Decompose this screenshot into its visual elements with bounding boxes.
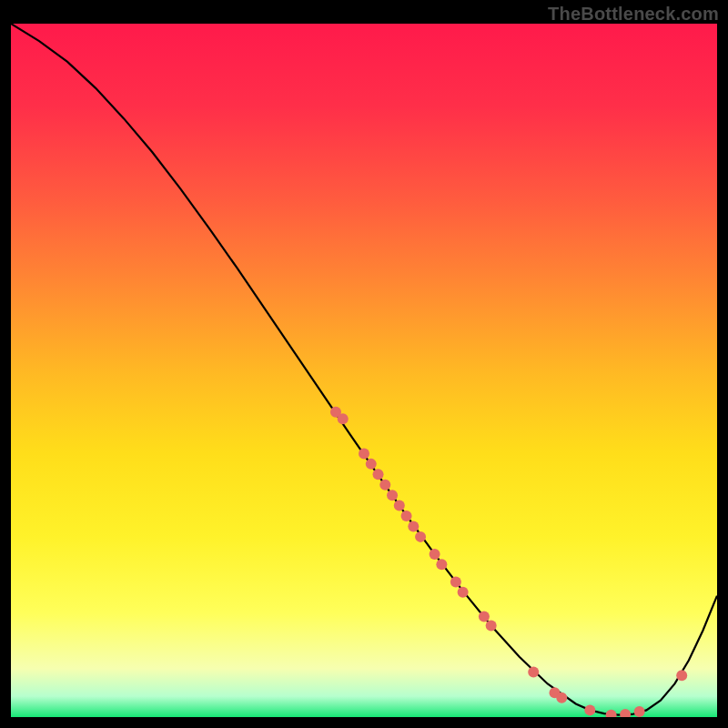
data-point <box>436 559 447 570</box>
data-point <box>359 448 369 459</box>
data-point <box>373 469 384 480</box>
data-point <box>458 587 469 598</box>
data-point <box>450 576 461 587</box>
data-point <box>366 459 377 470</box>
data-point <box>556 693 567 703</box>
data-point <box>394 500 405 511</box>
data-point <box>486 620 497 631</box>
data-point <box>401 511 412 521</box>
data-point <box>676 670 687 681</box>
gradient-background <box>11 24 717 717</box>
data-point <box>415 531 426 542</box>
plot-area <box>11 24 717 717</box>
data-point <box>584 704 595 715</box>
data-point <box>634 706 645 717</box>
data-point <box>528 666 539 677</box>
chart-frame: TheBottleneck.com <box>0 0 728 728</box>
data-point <box>387 490 398 500</box>
chart-svg <box>11 24 717 717</box>
data-point <box>338 413 349 424</box>
data-point <box>379 480 390 490</box>
data-point <box>479 612 490 622</box>
watermark-text: TheBottleneck.com <box>548 4 719 25</box>
data-point <box>408 521 419 531</box>
data-point <box>430 549 440 560</box>
